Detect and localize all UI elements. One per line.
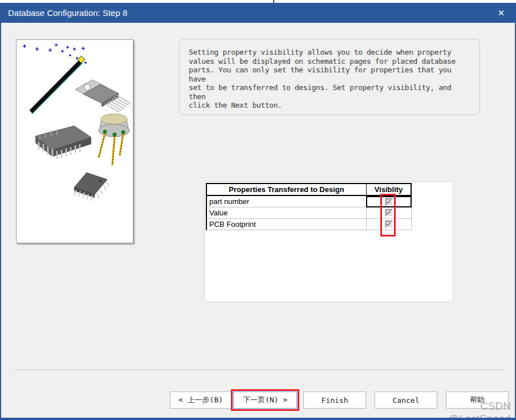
properties-grid: Properties Transferred to Design Visibli… <box>204 181 453 302</box>
components-illustration-panel <box>16 39 133 243</box>
checkbox-checked-icon[interactable]: ✓ <box>385 198 393 206</box>
cancel-button[interactable]: Cancel <box>375 392 437 409</box>
red-annotation-next-button: 下一页(N) > <box>231 389 299 411</box>
tssop-ic-icon <box>74 173 109 201</box>
wizard-description: Setting property visibility allows you t… <box>179 39 480 115</box>
property-cell[interactable]: part number <box>206 196 367 207</box>
close-icon[interactable]: ✕ <box>491 3 511 23</box>
visibility-cell[interactable]: ✓ <box>366 219 412 230</box>
table-row: PCB Footprint ✓ <box>206 219 412 230</box>
to39-can-transistor-icon <box>99 114 129 165</box>
visibility-cell[interactable]: ✓ <box>366 207 412 219</box>
to220-package-icon <box>75 80 131 112</box>
finish-button[interactable]: Finish <box>303 392 366 409</box>
titlebar: Database Configuration: Step 8 ✕ <box>0 3 516 23</box>
column-header-visibility[interactable]: Visiblity <box>366 183 412 196</box>
table-row: part number ✓ <box>206 196 412 207</box>
visibility-cell-selected[interactable]: ✓ <box>366 196 412 207</box>
sparkles-icon <box>23 44 87 64</box>
next-button[interactable]: 下一页(N) > <box>233 392 297 409</box>
back-button[interactable]: < 上一步(B) <box>170 392 231 409</box>
window-title: Database Configuration: Step 8 <box>8 8 127 18</box>
grid-header-row: Properties Transferred to Design Visibli… <box>206 183 412 196</box>
property-cell[interactable]: PCB Footprint <box>206 219 367 230</box>
electronic-components-graphic <box>18 42 131 241</box>
column-header-properties[interactable]: Properties Transferred to Design <box>206 183 367 196</box>
table-row: Value ✓ <box>206 207 412 219</box>
magic-wand-icon <box>31 56 85 113</box>
checkbox-checked-icon[interactable]: ✓ <box>385 209 393 217</box>
help-button[interactable]: 帮助 <box>446 392 509 409</box>
dialog-window: Database Configuration: Step 8 ✕ <box>0 0 516 420</box>
dialog-body: Setting property visibility allows you t… <box>0 23 516 420</box>
property-cell[interactable]: Value <box>206 207 367 219</box>
checkbox-checked-icon[interactable]: ✓ <box>385 221 393 228</box>
separator-line <box>15 369 503 370</box>
dip-ic-icon <box>35 126 91 159</box>
